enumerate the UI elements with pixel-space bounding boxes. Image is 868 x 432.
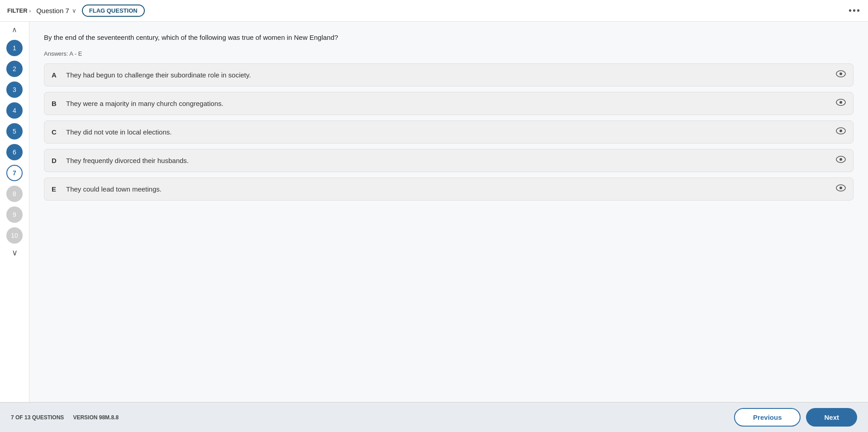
eye-icon-c[interactable] (836, 127, 846, 137)
answer-option-b[interactable]: B They were a majority in many church co… (44, 92, 854, 115)
svg-point-3 (839, 101, 842, 104)
answer-option-a[interactable]: A They had begun to challenge their subo… (44, 63, 854, 86)
answer-option-d[interactable]: D They frequently divorced their husband… (44, 149, 854, 172)
flag-question-button[interactable]: FLAG QUESTION (82, 5, 145, 17)
filter-chevron-icon: › (29, 8, 31, 14)
sidebar-item-7[interactable]: 7 (6, 165, 23, 181)
question-chevron-icon: ∨ (72, 7, 76, 14)
svg-point-1 (839, 72, 842, 75)
footer-info: 7 OF 13 QUESTIONS VERSION 98M.8.8 (11, 414, 119, 421)
answer-letter-a: A (52, 71, 60, 79)
answer-letter-d: D (52, 157, 60, 164)
sidebar-item-6[interactable]: 6 (6, 144, 23, 160)
previous-button[interactable]: Previous (734, 408, 801, 427)
answer-text-d: They frequently divorced their husbands. (66, 157, 832, 164)
eye-icon-d[interactable] (836, 156, 846, 165)
sidebar-item-5[interactable]: 5 (6, 123, 23, 139)
next-button[interactable]: Next (806, 408, 857, 427)
sidebar-item-8[interactable]: 8 (6, 186, 23, 202)
sidebar-item-1[interactable]: 1 (6, 40, 23, 56)
footer-navigation: Previous Next (734, 408, 857, 427)
answer-letter-e: E (52, 185, 60, 193)
eye-icon-b[interactable] (836, 99, 846, 108)
answer-text-b: They were a majority in many church cong… (66, 100, 832, 107)
eye-icon-e[interactable] (836, 184, 846, 194)
answer-option-e[interactable]: E They could lead town meetings. (44, 178, 854, 201)
sidebar-item-10[interactable]: 10 (6, 227, 23, 244)
sidebar-collapse-button[interactable]: ∧ (12, 25, 17, 34)
question-label[interactable]: Question 7 ∨ (36, 7, 76, 14)
answer-letter-c: C (52, 128, 60, 136)
footer: 7 OF 13 QUESTIONS VERSION 98M.8.8 Previo… (0, 402, 868, 432)
sidebar-more-button[interactable]: ∨ (12, 248, 18, 258)
filter-button[interactable]: FILTER › (7, 7, 31, 14)
answer-option-c[interactable]: C They did not vote in local elections. (44, 120, 854, 144)
svg-point-7 (839, 158, 842, 161)
filter-label: FILTER (7, 7, 28, 14)
content-area: By the end of the seventeenth century, w… (29, 22, 868, 402)
svg-point-5 (839, 130, 842, 132)
version-text: VERSION 98M.8.8 (73, 414, 119, 421)
more-options-button[interactable]: ••• (849, 5, 861, 16)
sidebar-item-4[interactable]: 4 (6, 102, 23, 119)
question-label-text: Question 7 (36, 7, 69, 14)
sidebar: ∧ 1 2 3 4 5 6 7 8 9 10 ∨ (0, 22, 29, 402)
sidebar-item-9[interactable]: 9 (6, 206, 23, 223)
eye-icon-a[interactable] (836, 70, 846, 80)
progress-text: 7 OF 13 QUESTIONS (11, 414, 64, 421)
answer-text-e: They could lead town meetings. (66, 185, 832, 193)
sidebar-item-2[interactable]: 2 (6, 61, 23, 77)
question-text: By the end of the seventeenth century, w… (44, 33, 854, 43)
header: FILTER › Question 7 ∨ FLAG QUESTION ••• (0, 0, 868, 22)
answers-label: Answers: A - E (44, 50, 854, 57)
answer-text-a: They had begun to challenge their subord… (66, 71, 832, 79)
sidebar-item-3[interactable]: 3 (6, 82, 23, 98)
main-layout: ∧ 1 2 3 4 5 6 7 8 9 10 ∨ (0, 22, 868, 402)
answer-text-c: They did not vote in local elections. (66, 128, 832, 136)
svg-point-9 (839, 187, 842, 189)
answer-letter-b: B (52, 100, 60, 107)
